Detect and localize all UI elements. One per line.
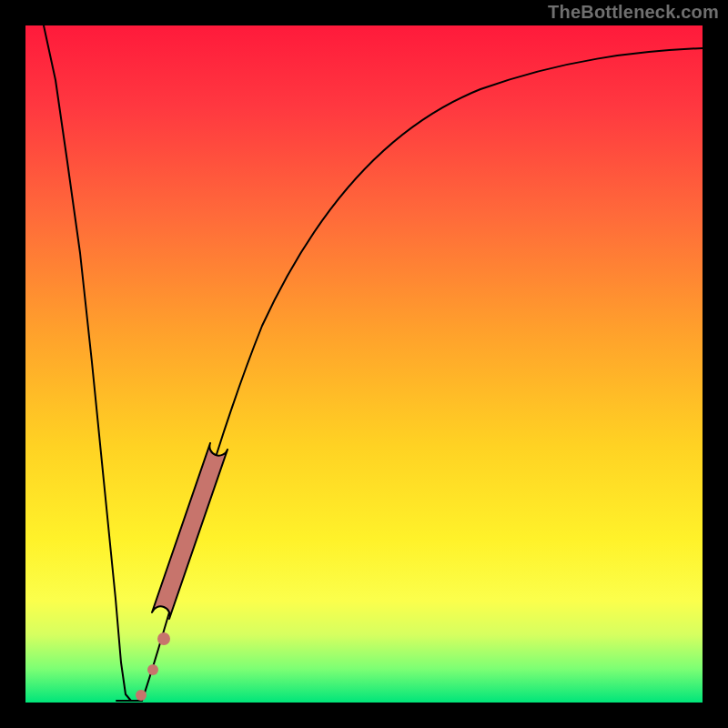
- watermark-text: TheBottleneck.com: [548, 2, 719, 23]
- datapoint: [136, 690, 147, 701]
- datapoint: [147, 664, 158, 675]
- highlighted-datapoints: [25, 25, 703, 703]
- datapoint-cluster: [152, 443, 228, 619]
- plot-area: [25, 25, 703, 703]
- chart-frame: TheBottleneck.com: [0, 0, 728, 728]
- datapoint: [157, 632, 170, 645]
